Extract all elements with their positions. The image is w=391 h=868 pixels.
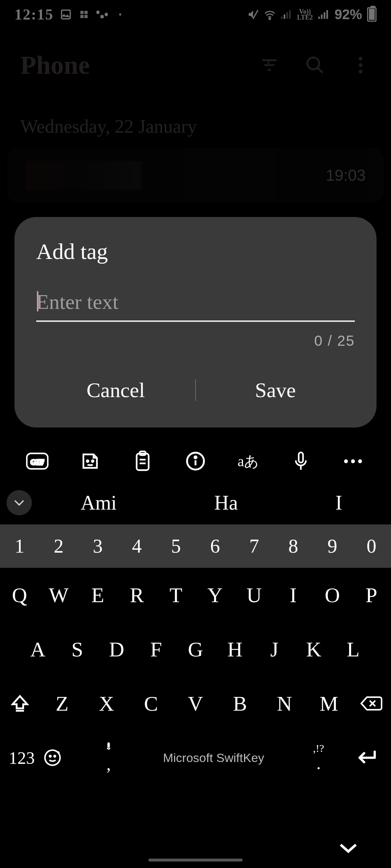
input-placeholder: Enter text — [36, 290, 118, 314]
space-key[interactable]: Microsoft SwiftKey — [130, 751, 297, 765]
key-d[interactable]: D — [97, 637, 136, 661]
mic-icon[interactable] — [289, 450, 312, 473]
key-z[interactable]: Z — [40, 692, 84, 716]
letter-row-2: A S D F G H J K L — [0, 622, 391, 676]
keyboard-toolbar: GIF aあ ••• — [0, 441, 391, 481]
key-k[interactable]: K — [294, 637, 333, 661]
keyboard: GIF aあ ••• Ami Ha I 1 2 3 4 5 6 — [0, 441, 391, 868]
key-u[interactable]: U — [235, 583, 274, 607]
svg-text:GIF: GIF — [30, 458, 44, 467]
key-h[interactable]: H — [215, 637, 255, 661]
key-y[interactable]: Y — [196, 583, 235, 607]
info-icon[interactable] — [184, 450, 207, 473]
key-g[interactable]: G — [176, 637, 215, 661]
add-tag-dialog: Add tag Enter text 0 / 25 Cancel Save — [14, 217, 377, 427]
letter-row-3: Z X C V B N M — [0, 676, 391, 731]
key-3[interactable]: 3 — [78, 535, 117, 557]
clipboard-icon[interactable] — [131, 450, 154, 473]
dialog-buttons: Cancel Save — [36, 367, 355, 413]
keyboard-hide-icon[interactable] — [338, 842, 358, 855]
enter-key[interactable] — [340, 749, 391, 767]
gif-icon[interactable]: GIF — [26, 450, 49, 473]
cancel-button[interactable]: Cancel — [36, 367, 195, 413]
number-row: 1 2 3 4 5 6 7 8 9 0 — [0, 524, 391, 568]
save-button[interactable]: Save — [196, 367, 355, 413]
key-a[interactable]: A — [18, 637, 58, 661]
key-s[interactable]: S — [58, 637, 97, 661]
key-0[interactable]: 0 — [352, 535, 391, 557]
svg-point-21 — [87, 460, 88, 462]
backspace-key[interactable] — [351, 695, 391, 712]
suggestion-2[interactable]: Ha — [214, 491, 238, 514]
key-8[interactable]: 8 — [274, 535, 313, 557]
key-4[interactable]: 4 — [117, 535, 156, 557]
key-w[interactable]: W — [39, 583, 78, 607]
svg-point-22 — [92, 460, 93, 462]
svg-point-36 — [50, 756, 51, 757]
period-key[interactable]: ,!? . — [297, 742, 340, 773]
key-p[interactable]: P — [352, 583, 391, 607]
nav-handle[interactable] — [148, 859, 243, 861]
key-e[interactable]: E — [78, 583, 117, 607]
collapse-suggestions-button[interactable] — [7, 490, 32, 515]
language-icon[interactable]: aあ — [237, 450, 260, 473]
dialog-title: Add tag — [36, 239, 355, 264]
key-t[interactable]: T — [156, 583, 196, 607]
tag-input[interactable]: Enter text — [36, 290, 355, 322]
letter-row-1: Q W E R T Y U I O P — [0, 568, 391, 622]
char-count: 0 / 25 — [36, 333, 355, 349]
suggestion-3[interactable]: I — [336, 491, 342, 514]
key-x[interactable]: X — [84, 692, 129, 716]
bottom-row: 123 , Microsoft SwiftKey ,!? . — [0, 731, 391, 785]
key-b[interactable]: B — [218, 692, 262, 716]
key-1[interactable]: 1 — [0, 535, 39, 557]
svg-point-29 — [194, 456, 197, 459]
key-o[interactable]: O — [313, 583, 352, 607]
svg-rect-38 — [108, 742, 110, 748]
key-5[interactable]: 5 — [156, 535, 196, 557]
key-f[interactable]: F — [136, 637, 176, 661]
key-2[interactable]: 2 — [39, 535, 78, 557]
key-6[interactable]: 6 — [196, 535, 235, 557]
key-c[interactable]: C — [129, 692, 173, 716]
svg-rect-23 — [137, 454, 149, 470]
key-i[interactable]: I — [274, 583, 313, 607]
key-n[interactable]: N — [262, 692, 307, 716]
key-7[interactable]: 7 — [235, 535, 274, 557]
toolbar-more-icon[interactable]: ••• — [342, 450, 365, 473]
key-q[interactable]: Q — [0, 583, 39, 607]
nav-bar — [0, 828, 391, 868]
key-l[interactable]: L — [333, 637, 373, 661]
suggestion-row: Ami Ha I — [0, 481, 391, 524]
key-m[interactable]: M — [307, 692, 351, 716]
shift-key[interactable] — [0, 694, 40, 713]
key-v[interactable]: V — [173, 692, 218, 716]
comma-key[interactable]: , — [87, 742, 130, 774]
suggestion-1[interactable]: Ami — [81, 491, 117, 514]
key-j[interactable]: J — [255, 637, 294, 661]
sticker-icon[interactable] — [79, 450, 102, 473]
key-9[interactable]: 9 — [313, 535, 352, 557]
key-r[interactable]: R — [117, 583, 156, 607]
svg-point-37 — [54, 756, 55, 757]
symbols-key[interactable]: 123 — [0, 748, 43, 768]
svg-rect-30 — [299, 452, 303, 463]
emoji-key[interactable] — [43, 749, 87, 767]
text-caret — [37, 291, 38, 311]
